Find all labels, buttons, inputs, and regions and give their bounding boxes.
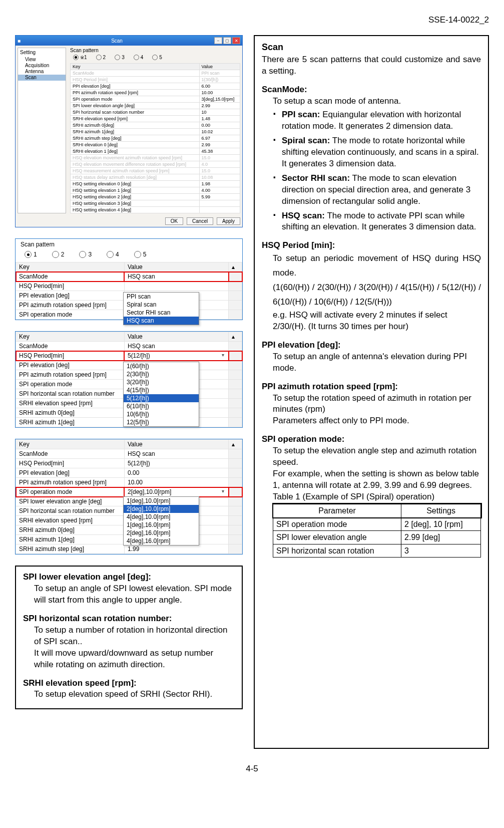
heading: PPI azimuth rotation speed [rpm]:	[262, 381, 481, 393]
table-row[interactable]: SPI operation mode2[deg],10.0[rpm]▾	[16, 487, 242, 497]
scan-pattern-radio[interactable]: 1	[25, 251, 37, 258]
scroll-up-icon[interactable]: ▴	[229, 440, 242, 449]
cancel-button[interactable]: Cancel	[187, 217, 213, 225]
hsqperiod-grid-panel: Key Value ▴ ScanModeHSQ scanHSQ Period[m…	[15, 331, 243, 428]
dropdown-option[interactable]: 3(20/[h])	[124, 378, 199, 386]
scan-pattern-radio[interactable]: 4	[134, 55, 144, 60]
table-row[interactable]: HSQ setting elevation 4 [deg]	[71, 207, 240, 213]
dropdown-option[interactable]: 1[deg],10.0[rpm]	[124, 497, 199, 505]
heading: SPI lower elevation angel [deg]:	[23, 572, 235, 583]
dropdown-option[interactable]: 1(60/[h])	[124, 362, 199, 370]
dropdown-option[interactable]: 2(30/[h])	[124, 370, 199, 378]
paragraph: To setup the elevation angle step and az…	[262, 445, 481, 468]
scroll-up-icon[interactable]: ▴	[229, 332, 242, 342]
table-row[interactable]: SRHI azimuth 0[deg]0.00	[71, 122, 240, 129]
table-row[interactable]: HSQ Period[min]5(12/[h])▾	[16, 351, 242, 361]
table-row[interactable]: SRHI elevation 0 [deg]2.99	[71, 142, 240, 148]
tree-item[interactable]: Setting	[18, 48, 66, 57]
dropdown-option[interactable]: 12(5/[h])	[124, 418, 199, 426]
scan-params-table: KeyValue ScanModePPI scanHSQ Period [min…	[70, 63, 240, 213]
dropdown-option[interactable]: PPI scan	[124, 293, 199, 301]
settings-tree[interactable]: Setting View Acquisition Antenna Scan	[18, 48, 66, 213]
table-row[interactable]: HSQ setting elevation 2 [deg]5.99	[71, 194, 240, 200]
table-row[interactable]: SPI operation mode3[deg],15.0[rpm]	[71, 96, 240, 103]
table-row[interactable]: SRHI azimuth step [deg]1.99	[16, 544, 242, 554]
maximize-button[interactable]: ▢	[223, 37, 231, 44]
tree-item[interactable]: Antenna	[18, 69, 66, 75]
close-button[interactable]: ✕	[232, 37, 240, 44]
table-row[interactable]: HSQ elevation movement azimuth rotation …	[71, 155, 240, 161]
dropdown-option[interactable]: 5(12/[h])	[124, 394, 199, 402]
table-row[interactable]: HSQ setting elevation 0 [deg]1.98	[71, 181, 240, 187]
tree-item[interactable]: Scan	[18, 75, 66, 81]
scan-pattern-radio[interactable]: 5	[134, 251, 147, 258]
scan-pattern-label: Scan pattern	[16, 239, 242, 248]
heading: SPI horizontal scan rotation number:	[23, 613, 235, 625]
minimize-button[interactable]: −	[214, 37, 222, 44]
col-value: Value	[124, 262, 228, 272]
table-row[interactable]: PPI elevation [deg]6.00	[71, 83, 240, 90]
ok-button[interactable]: OK	[165, 217, 183, 225]
table-row[interactable]: SRHI azimuth 1[deg]10.02	[71, 129, 240, 135]
table-row[interactable]: HSQ Period [min]1(30/[h])	[71, 77, 240, 83]
table-row[interactable]: ScanModeHSQ scan	[16, 272, 242, 282]
dropdown-option[interactable]: 6(10/[h])	[124, 402, 199, 410]
dropdown-option[interactable]: 4(15/[h])	[124, 386, 199, 394]
table-row[interactable]: PPI azimuth rotation speed [rpm]10.00	[71, 90, 240, 96]
scan-pattern-radio[interactable]: 3	[115, 55, 125, 60]
table-row[interactable]: ScanModePPI scan	[71, 70, 240, 77]
table-caption: Table 1 (Example of SPI (Spiral) operati…	[262, 491, 481, 503]
apply-button[interactable]: Apply	[217, 217, 240, 225]
dropdown-option[interactable]: 4[deg],16.0[rpm]	[124, 537, 199, 545]
scan-pattern-radio[interactable]: 2	[52, 251, 65, 258]
table-row[interactable]: ScanModeHSQ scan	[16, 449, 242, 459]
col-settings: Settings	[401, 504, 481, 517]
scan-pattern-radio[interactable]: 5	[152, 55, 162, 60]
col-key: Key	[16, 332, 125, 342]
table-row[interactable]: HSQ status delay azimuth resolution [deg…	[71, 174, 240, 181]
paragraph: For example, when the setting is shown a…	[262, 468, 481, 491]
table-row[interactable]: SRHI elevation 1 [deg]45.38	[71, 148, 240, 155]
scan-descriptions-panel: Scan There are 5 scan patterns that coul…	[254, 35, 489, 749]
paragraph: To setup an angle of SPI lowest elevatio…	[23, 583, 235, 606]
tree-item[interactable]: View	[18, 57, 66, 63]
dropdown-option[interactable]: 2[deg],10.0[rpm]	[124, 505, 199, 513]
scanmode-dropdown[interactable]: PPI scanSpiral scanSector RHI scanHSQ sc…	[123, 292, 199, 325]
scan-pattern-radio[interactable]: 2	[96, 55, 106, 60]
dropdown-option[interactable]: HSQ scan	[124, 317, 199, 325]
dropdown-option[interactable]: 1[deg],16.0[rpm]	[124, 521, 199, 529]
dropdown-option[interactable]: Sector RHI scan	[124, 309, 199, 317]
col-key: Key	[16, 262, 125, 272]
scan-pattern-radio[interactable]: 4	[107, 251, 119, 258]
scan-pattern-radio[interactable]: ※1	[73, 55, 87, 60]
table-row[interactable]: SRHI elevation speed [rpm]1.48	[71, 116, 240, 122]
paragraph: To setup a scan mode of antenna.	[262, 96, 481, 107]
chevron-down-icon[interactable]: ▾	[222, 352, 225, 358]
scan-pattern-radio[interactable]: 3	[79, 251, 92, 258]
table-row[interactable]: HSQ setting elevation 1 [deg]4.00	[71, 187, 240, 194]
spimode-dropdown[interactable]: 1[deg],10.0[rpm]2[deg],10.0[rpm]4[deg],1…	[123, 496, 199, 545]
chevron-down-icon[interactable]: ▾	[222, 488, 225, 494]
dropdown-option[interactable]: 2[deg],16.0[rpm]	[124, 529, 199, 537]
table-row[interactable]: SPI lower elevation angle [deg]2.99	[71, 103, 240, 109]
table-row[interactable]: PPI azimuth rotation speed [rpm]10.00	[16, 478, 242, 487]
paragraph: It will move upward/downward as setup nu…	[23, 648, 235, 671]
page-number: 4-5	[15, 764, 489, 774]
tree-item[interactable]: Acquisition	[18, 63, 66, 69]
hsqperiod-dropdown[interactable]: 1(60/[h])2(30/[h])3(20/[h])4(15/[h])5(12…	[123, 362, 199, 427]
table-row[interactable]: HSQ elevation movement difference rotati…	[71, 161, 240, 168]
dropdown-option[interactable]: 4[deg],10.0[rpm]	[124, 513, 199, 521]
table-row[interactable]: HSQ Period[min]5(12/[h])	[16, 459, 242, 468]
table-row[interactable]: HSQ measurement azimuth rotation speed […	[71, 168, 240, 174]
table-row[interactable]: SRHI azimuth step [deg]6.97	[71, 135, 240, 142]
dropdown-option[interactable]: Spiral scan	[124, 301, 199, 309]
table-row[interactable]: ScanModeHSQ scan	[16, 342, 242, 351]
scroll-up-icon[interactable]: ▴	[229, 262, 242, 272]
heading: PPI elevation [deg]:	[262, 340, 481, 351]
table-row[interactable]: HSQ setting elevation 3 [deg]	[71, 200, 240, 207]
table-row[interactable]: HSQ Period[min]	[16, 282, 242, 291]
table-row[interactable]: PPI elevation [deg]0.00	[16, 468, 242, 478]
spimode-grid-panel: Key Value ▴ ScanModeHSQ scanHSQ Period[m…	[15, 439, 243, 555]
table-row[interactable]: SPI horizontal scan rotation number10	[71, 109, 240, 116]
dropdown-option[interactable]: 10(6/[h])	[124, 410, 199, 418]
